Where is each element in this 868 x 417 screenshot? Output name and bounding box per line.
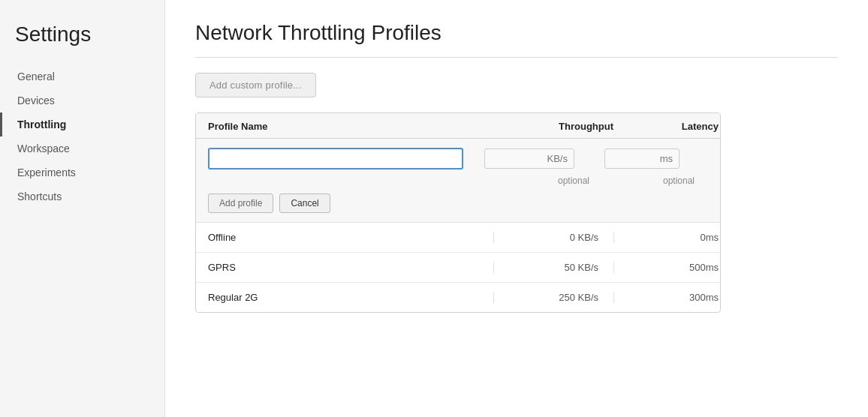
table-header: Profile Name Throughput Latency bbox=[196, 113, 720, 139]
column-header-throughput: Throughput bbox=[493, 121, 613, 132]
row-throughput: 50 KB/s bbox=[493, 262, 613, 273]
table-row: GPRS 50 KB/s 500ms bbox=[196, 253, 720, 283]
table-row: Offline 0 KB/s 0ms bbox=[196, 223, 720, 253]
cancel-button[interactable]: Cancel bbox=[279, 194, 330, 213]
add-profile-submit-button[interactable]: Add profile bbox=[208, 194, 273, 213]
throughput-optional-label: optional bbox=[469, 176, 589, 186]
sidebar-title: Settings bbox=[0, 22, 164, 64]
row-throughput: 0 KB/s bbox=[493, 232, 613, 243]
latency-input[interactable] bbox=[604, 148, 680, 169]
column-header-name: Profile Name bbox=[208, 121, 493, 132]
sidebar-item-workspace[interactable]: Workspace bbox=[0, 136, 164, 160]
row-name: Offline bbox=[208, 232, 493, 243]
column-header-latency: Latency bbox=[613, 121, 719, 132]
table-row: Regular 2G 250 KB/s 300ms bbox=[196, 283, 720, 312]
app-layout: Settings General Devices Throttling Work… bbox=[0, 0, 868, 417]
row-latency: 500ms bbox=[613, 262, 719, 273]
row-latency: 300ms bbox=[613, 292, 719, 303]
add-profile-form: optional optional Add profile Cancel bbox=[196, 139, 720, 223]
add-custom-profile-button[interactable]: Add custom profile... bbox=[195, 73, 316, 98]
row-throughput: 250 KB/s bbox=[493, 292, 613, 303]
profile-name-input[interactable] bbox=[208, 148, 463, 170]
sidebar-item-shortcuts[interactable]: Shortcuts bbox=[0, 184, 164, 208]
divider bbox=[195, 57, 838, 58]
row-latency: 0ms bbox=[613, 232, 719, 243]
sidebar-item-general[interactable]: General bbox=[0, 64, 164, 88]
optional-labels: optional optional bbox=[208, 176, 708, 186]
profiles-table: Profile Name Throughput Latency optional… bbox=[195, 112, 721, 313]
latency-optional-label: optional bbox=[589, 176, 695, 186]
page-title: Network Throttling Profiles bbox=[195, 21, 838, 45]
row-name: GPRS bbox=[208, 262, 493, 273]
throughput-input[interactable] bbox=[484, 148, 574, 169]
form-actions: Add profile Cancel bbox=[208, 194, 708, 213]
add-row-inputs bbox=[208, 148, 708, 170]
sidebar-item-devices[interactable]: Devices bbox=[0, 88, 164, 112]
sidebar: Settings General Devices Throttling Work… bbox=[0, 0, 165, 417]
sidebar-item-experiments[interactable]: Experiments bbox=[0, 160, 164, 184]
sidebar-item-throttling[interactable]: Throttling bbox=[0, 112, 164, 136]
main-content: Network Throttling Profiles Add custom p… bbox=[165, 0, 868, 417]
row-name: Regular 2G bbox=[208, 292, 493, 303]
